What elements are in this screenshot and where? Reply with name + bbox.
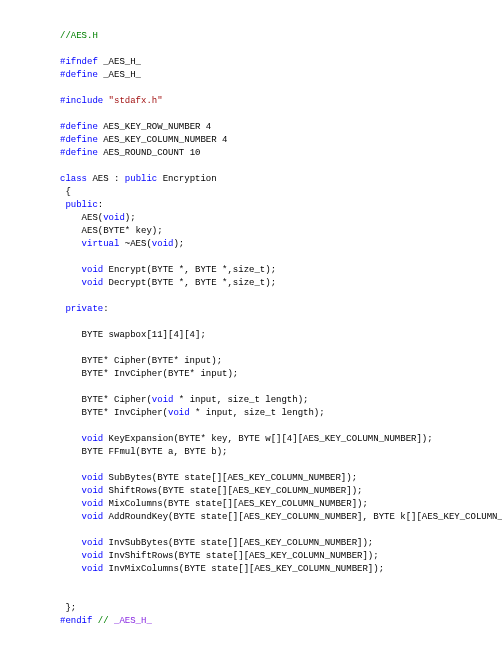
text: Encryption (157, 174, 216, 184)
code-line: public: (60, 199, 502, 212)
code-line: void AddRoundKey(BYTE state[][AES_KEY_CO… (60, 511, 502, 524)
text: ~AES( (119, 239, 151, 249)
keyword: void (82, 434, 104, 444)
code-line: class AES : public Encryption (60, 173, 502, 186)
text: ShiftRows(BYTE state[][AES_KEY_COLUMN_NU… (103, 486, 362, 496)
preproc: #endif (60, 616, 92, 626)
code-line: void MixColumns(BYTE state[][AES_KEY_COL… (60, 498, 502, 511)
text: BYTE swapbox[11][4][4]; (60, 330, 206, 340)
blank-line (60, 381, 502, 394)
ident: _AES_H_ (98, 70, 141, 80)
keyword: void (82, 512, 104, 522)
code-line: AES(BYTE* key); (60, 225, 502, 238)
text: AES(BYTE* key); (60, 226, 163, 236)
code-line: void Decrypt(BYTE *, BYTE *,size_t); (60, 277, 502, 290)
text (60, 473, 82, 483)
code-line: void ShiftRows(BYTE state[][AES_KEY_COLU… (60, 485, 502, 498)
text: InvMixColumns(BYTE state[][AES_KEY_COLUM… (103, 564, 384, 574)
ident: AES_KEY_ROW_NUMBER 4 (98, 122, 211, 132)
blank-line (60, 251, 502, 264)
code-line: #endif // _AES_H_ (60, 615, 502, 628)
keyword: void (82, 473, 104, 483)
keyword: void (82, 278, 104, 288)
preproc: #define (60, 135, 98, 145)
blank-line (60, 459, 502, 472)
code-line: #include "stdafx.h" (60, 95, 502, 108)
string: "stdafx.h" (103, 96, 162, 106)
blank-line (60, 628, 502, 641)
code-line: void InvMixColumns(BYTE state[][AES_KEY_… (60, 563, 502, 576)
code-line: BYTE* InvCipher(void * input, size_t len… (60, 407, 502, 420)
code-line: void InvShiftRows(BYTE state[][AES_KEY_C… (60, 550, 502, 563)
code-line: #define AES_ROUND_COUNT 10 (60, 147, 502, 160)
code-line: BYTE* Cipher(BYTE* input); (60, 355, 502, 368)
text: * input, size_t length); (190, 408, 325, 418)
text: }; (60, 603, 76, 613)
text: MixColumns(BYTE state[][AES_KEY_COLUMN_N… (103, 499, 368, 509)
preproc: #define (60, 148, 98, 158)
blank-line (60, 316, 502, 329)
ident: AES_ROUND_COUNT 10 (98, 148, 201, 158)
blank-line (60, 420, 502, 433)
code-line: void Encrypt(BYTE *, BYTE *,size_t); (60, 264, 502, 277)
text (60, 265, 82, 275)
code-line: void InvSubBytes(BYTE state[][AES_KEY_CO… (60, 537, 502, 550)
text: AES : (87, 174, 125, 184)
code-line: BYTE* InvCipher(BYTE* input); (60, 368, 502, 381)
code-line: BYTE FFmul(BYTE a, BYTE b); (60, 446, 502, 459)
ident: _AES_H_ (98, 57, 141, 67)
code-line: //AES.H (60, 30, 502, 43)
comment: // (92, 616, 114, 626)
text: BYTE* InvCipher(BYTE* input); (60, 369, 238, 379)
text: ); (125, 213, 136, 223)
blank-line (60, 290, 502, 303)
blank-line (60, 589, 502, 602)
code-line: BYTE swapbox[11][4][4]; (60, 329, 502, 342)
keyword: class (60, 174, 87, 184)
blank-line (60, 576, 502, 589)
keyword: void (82, 499, 104, 509)
code-line: }; (60, 602, 502, 615)
text: { (60, 187, 71, 197)
text (60, 538, 82, 548)
text (60, 564, 82, 574)
keyword: void (152, 395, 174, 405)
text: BYTE* Cipher(BYTE* input); (60, 356, 222, 366)
preproc: #define (60, 122, 98, 132)
keyword: void (82, 265, 104, 275)
text (60, 278, 82, 288)
text: : (98, 200, 103, 210)
code-line: #define _AES_H_ (60, 69, 502, 82)
keyword: virtual (82, 239, 120, 249)
text: * input, size_t length); (173, 395, 308, 405)
text: ); (173, 239, 184, 249)
blank-line (60, 524, 502, 537)
text: BYTE* InvCipher( (60, 408, 168, 418)
keyword: void (103, 213, 125, 223)
keyword: public (65, 200, 97, 210)
text: AddRoundKey(BYTE state[][AES_KEY_COLUMN_… (103, 512, 502, 522)
text: InvShiftRows(BYTE state[][AES_KEY_COLUMN… (103, 551, 378, 561)
keyword: void (152, 239, 174, 249)
text: Encrypt(BYTE *, BYTE *,size_t); (103, 265, 276, 275)
text (60, 512, 82, 522)
text: InvSubBytes(BYTE state[][AES_KEY_COLUMN_… (103, 538, 373, 548)
preproc: #include (60, 96, 103, 106)
keyword: void (82, 486, 104, 496)
keyword: void (82, 538, 104, 548)
code-line: #ifndef _AES_H_ (60, 56, 502, 69)
preproc: #ifndef (60, 57, 98, 67)
keyword: public (125, 174, 157, 184)
text (60, 486, 82, 496)
text (60, 551, 82, 561)
text: : (103, 304, 108, 314)
text: Decrypt(BYTE *, BYTE *,size_t); (103, 278, 276, 288)
code-line: void KeyExpansion(BYTE* key, BYTE w[][4]… (60, 433, 502, 446)
code-line: #define AES_KEY_COLUMN_NUMBER 4 (60, 134, 502, 147)
blank-line (60, 160, 502, 173)
keyword: void (82, 564, 104, 574)
blank-line (60, 641, 502, 649)
blank-line (60, 342, 502, 355)
macro: _AES_H_ (114, 616, 152, 626)
blank-line (60, 82, 502, 95)
